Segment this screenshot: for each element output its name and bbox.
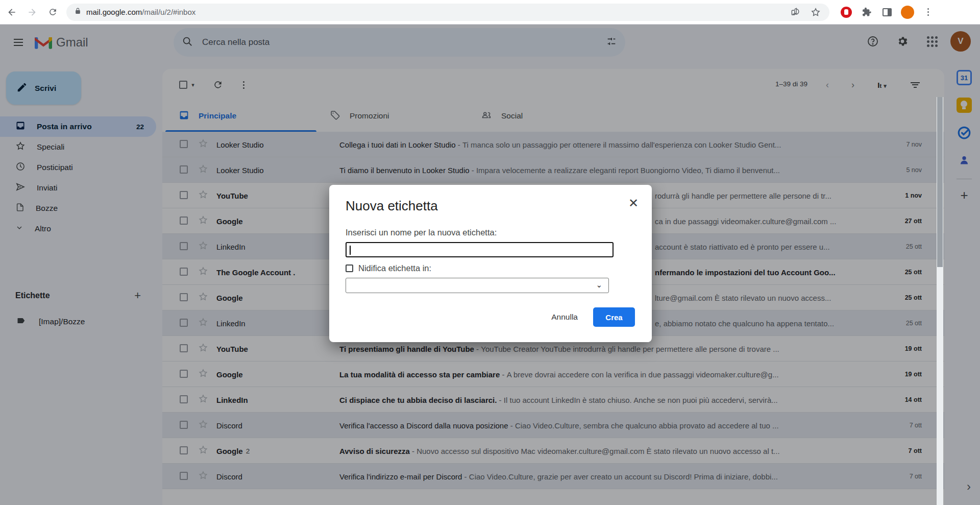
labels-title: Etichette [15, 291, 134, 300]
star-icon[interactable] [198, 138, 208, 151]
star-icon[interactable] [198, 266, 208, 278]
star-icon[interactable] [198, 292, 208, 304]
hamburger-icon[interactable] [6, 30, 31, 55]
pagination-text: 1–39 di 39 [775, 80, 807, 88]
tune-icon[interactable] [606, 36, 617, 49]
older-chevron-icon[interactable]: › [844, 76, 862, 93]
menu-dots-icon[interactable] [919, 4, 937, 21]
rail-divider [957, 179, 972, 179]
reload-icon[interactable] [44, 4, 61, 21]
email-row[interactable]: Looker StudioCollega i tuoi dati in Look… [162, 132, 944, 157]
adblock-icon[interactable] [838, 4, 855, 21]
refresh-icon[interactable] [209, 76, 227, 93]
star-icon[interactable] [198, 317, 208, 329]
star-icon[interactable] [198, 343, 208, 355]
email-checkbox[interactable] [180, 293, 188, 301]
star-icon[interactable] [198, 241, 208, 253]
contacts-icon[interactable] [954, 150, 974, 171]
bookmark-star-icon[interactable] [807, 4, 824, 21]
email-checkbox[interactable] [180, 344, 188, 352]
star-icon[interactable] [198, 368, 208, 380]
get-addons-icon[interactable]: + [948, 187, 980, 203]
sidebar-item-altro[interactable]: Altro [0, 219, 156, 239]
star-icon[interactable] [198, 189, 208, 202]
email-checkbox[interactable] [180, 319, 188, 327]
tab-social[interactable]: Social [468, 100, 619, 132]
create-button[interactable]: Crea [593, 307, 635, 327]
share-icon[interactable] [787, 4, 804, 21]
search-icon[interactable] [182, 36, 193, 49]
star-icon[interactable] [198, 470, 208, 483]
email-row[interactable]: DiscordVerifica l'accesso a Discord dall… [162, 413, 944, 438]
extensions-puzzle-icon[interactable] [858, 4, 875, 21]
email-checkbox[interactable] [180, 140, 188, 148]
help-icon[interactable] [862, 30, 884, 53]
email-checkbox[interactable] [180, 421, 188, 429]
tasks-icon[interactable] [954, 123, 974, 143]
keep-icon[interactable] [954, 95, 974, 115]
email-row[interactable]: GoogleLa tua modalità di accesso sta per… [162, 362, 944, 387]
email-checkbox[interactable] [180, 191, 188, 199]
sidebar-item-imap-bozze[interactable]: [Imap]/Bozze [0, 311, 156, 332]
cancel-button[interactable]: Annulla [551, 312, 578, 322]
settings-gear-icon[interactable] [891, 30, 914, 53]
label-name-input[interactable] [346, 242, 614, 257]
side-panel-icon[interactable] [878, 4, 896, 21]
gmail-header: Gmail Cerca nella posta V [0, 25, 980, 60]
email-row[interactable]: LinkedInCi dispiace che tu abbia deciso … [162, 387, 944, 413]
forward-icon[interactable] [23, 4, 41, 21]
close-icon[interactable]: ✕ [628, 197, 639, 209]
email-row[interactable]: Google2Avviso di sicurezza - Nuovo acces… [162, 438, 944, 464]
list-scrollbar[interactable] [937, 97, 943, 505]
apps-grid-icon[interactable] [921, 30, 943, 53]
email-snippet: e, abbiamo notato che qualcuno ha appena… [655, 310, 888, 336]
email-date: 7 nov [906, 132, 922, 157]
star-icon[interactable] [198, 394, 208, 406]
sidebar-item-posticipati[interactable]: Posticipati [0, 157, 156, 178]
tab-promozioni[interactable]: Promozioni [316, 100, 468, 132]
email-row[interactable]: Looker StudioTi diamo il benvenuto in Lo… [162, 157, 944, 183]
email-checkbox[interactable] [180, 268, 188, 276]
nest-checkbox[interactable] [346, 264, 353, 272]
dialog-title: Nuova etichetta [346, 198, 438, 214]
sidebar-item-posta-in-arrivo[interactable]: Posta in arrivo22 [0, 116, 156, 137]
email-checkbox[interactable] [180, 395, 188, 403]
gmail-logo[interactable]: Gmail [35, 35, 88, 50]
more-vert-icon[interactable] [235, 76, 252, 93]
parent-label-select[interactable]: ⌄ [346, 278, 609, 293]
compose-button[interactable]: Scrivi [6, 71, 81, 105]
scrollbar-thumb[interactable] [937, 97, 943, 267]
collapse-panel-icon[interactable]: › [967, 479, 971, 494]
split-pane-icon[interactable] [906, 76, 924, 93]
profile-avatar[interactable] [899, 4, 916, 21]
star-icon[interactable] [198, 164, 208, 176]
sidebar-item-label: Inviati [37, 183, 58, 193]
email-checkbox[interactable] [180, 472, 188, 480]
account-avatar[interactable]: V [950, 31, 971, 52]
tab-principale[interactable]: Principale [165, 100, 316, 132]
calendar-icon[interactable]: 31 [954, 67, 974, 88]
url-bar[interactable]: mail.google.com/mail/u/2/#inbox [66, 4, 829, 21]
email-checkbox[interactable] [180, 242, 188, 250]
sidebar-item-bozze[interactable]: Bozze [0, 198, 156, 219]
email-checkbox[interactable] [180, 165, 188, 174]
email-checkbox[interactable] [180, 370, 188, 378]
email-checkbox[interactable] [180, 446, 188, 454]
email-date: 25 ott [906, 310, 922, 336]
add-label-icon[interactable]: + [134, 289, 148, 302]
select-dropdown-icon[interactable]: ▾ [189, 76, 197, 93]
sidebar-item-speciali[interactable]: Speciali [0, 137, 156, 157]
pencil-icon [16, 82, 28, 95]
email-checkbox[interactable] [180, 217, 188, 225]
search-bar[interactable]: Cerca nella posta [174, 28, 625, 57]
sidebar-item-inviati[interactable]: Inviati [0, 178, 156, 198]
star-icon[interactable] [198, 215, 208, 227]
sidebar-item-label: Posta in arrivo [37, 122, 92, 131]
star-icon[interactable] [198, 419, 208, 431]
email-row[interactable]: DiscordVerifica l'indirizzo e-mail per D… [162, 464, 944, 489]
input-tools-icon[interactable]: It ▾ [869, 76, 895, 93]
back-icon[interactable] [3, 4, 20, 21]
newer-chevron-icon[interactable]: ‹ [819, 76, 836, 93]
star-icon[interactable] [198, 445, 208, 457]
email-sender: LinkedIn [216, 310, 339, 336]
